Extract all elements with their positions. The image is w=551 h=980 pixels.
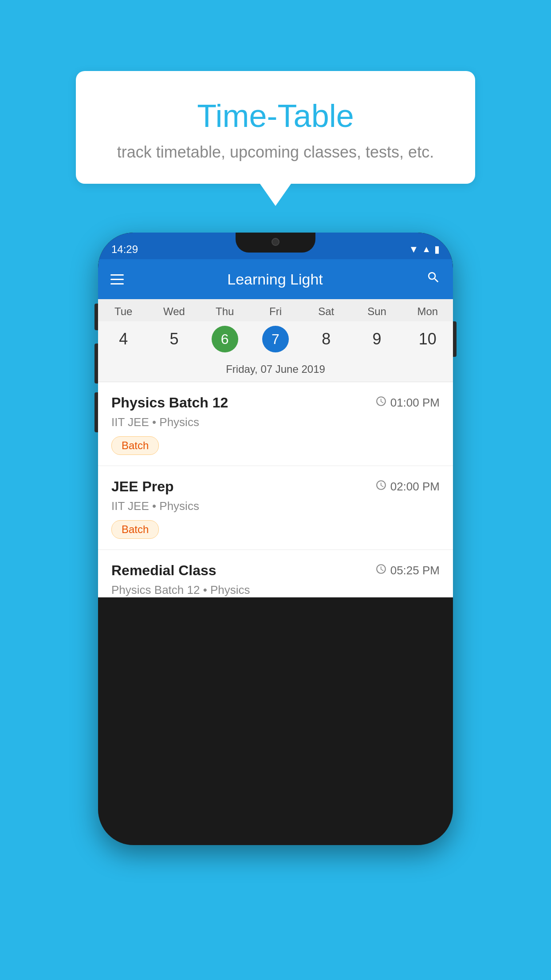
calendar-header: Tue Wed Thu Fri Sat Sun Mon 4 5 6 7 8 9 …: [98, 299, 453, 382]
schedule-item-2-subtitle: IIT JEE • Physics: [111, 499, 440, 513]
battery-icon: ▮: [434, 244, 440, 255]
clock-icon-2: [375, 479, 387, 494]
day-label-wed[interactable]: Wed: [149, 305, 199, 318]
calendar-day-8[interactable]: 8: [301, 326, 351, 352]
day-label-sun[interactable]: Sun: [351, 305, 402, 318]
volume-silent-button: [94, 304, 98, 330]
calendar-day-6-today[interactable]: 6: [212, 326, 238, 352]
phone-screen: 14:29 ▼ ▲ ▮ Learning Light: [98, 233, 453, 845]
day-numbers-row: 4 5 6 7 8 9 10: [98, 321, 453, 359]
day-label-sat[interactable]: Sat: [301, 305, 351, 318]
clock-icon-1: [375, 395, 387, 410]
wifi-icon: ▼: [409, 244, 418, 255]
schedule-item-1-time-text: 01:00 PM: [390, 396, 440, 410]
volume-down-button: [94, 392, 98, 432]
day-label-mon[interactable]: Mon: [402, 305, 453, 318]
hamburger-line-3: [110, 283, 124, 285]
volume-up-button: [94, 344, 98, 383]
hamburger-line-2: [110, 279, 124, 280]
speech-bubble-title: Time-Table: [94, 98, 457, 134]
signal-icon: ▲: [422, 244, 431, 254]
day-labels-row: Tue Wed Thu Fri Sat Sun Mon: [98, 299, 453, 321]
schedule-item-2-tag: Batch: [111, 520, 159, 539]
speech-bubble-arrow: [260, 184, 291, 206]
phone-device: 14:29 ▼ ▲ ▮ Learning Light: [98, 233, 453, 845]
phone-frame: 14:29 ▼ ▲ ▮ Learning Light: [98, 233, 453, 845]
hamburger-line-1: [110, 274, 124, 276]
hamburger-menu-button[interactable]: [110, 274, 124, 285]
calendar-day-7-selected[interactable]: 7: [262, 326, 289, 352]
calendar-day-9[interactable]: 9: [351, 326, 402, 352]
status-icons: ▼ ▲ ▮: [409, 244, 440, 255]
schedule-item-1-time: 01:00 PM: [375, 395, 440, 410]
app-bar: Learning Light: [98, 259, 453, 299]
status-time: 14:29: [111, 243, 138, 256]
calendar-day-5[interactable]: 5: [149, 326, 199, 352]
calendar-day-4[interactable]: 4: [98, 326, 149, 352]
selected-date-label: Friday, 07 June 2019: [98, 359, 453, 382]
schedule-item-1-subtitle: IIT JEE • Physics: [111, 415, 440, 429]
schedule-item-1-tag: Batch: [111, 436, 159, 455]
day-label-fri[interactable]: Fri: [250, 305, 301, 318]
power-button: [453, 321, 457, 357]
schedule-item-2[interactable]: JEE Prep 02:00 PM IIT JEE • Physics Batc…: [98, 466, 453, 550]
schedule-item-3-header: Remedial Class 05:25 PM: [111, 562, 440, 579]
speech-bubble: Time-Table track timetable, upcoming cla…: [76, 71, 475, 184]
schedule-item-2-header: JEE Prep 02:00 PM: [111, 478, 440, 495]
schedule-item-2-time: 02:00 PM: [375, 479, 440, 494]
schedule-item-2-title: JEE Prep: [111, 478, 174, 495]
schedule-item-1[interactable]: Physics Batch 12 01:00 PM IIT JEE • Phys…: [98, 382, 453, 466]
schedule-item-2-time-text: 02:00 PM: [390, 480, 440, 494]
schedule-item-3-subtitle: Physics Batch 12 • Physics: [111, 583, 440, 597]
schedule-item-3-time: 05:25 PM: [375, 563, 440, 578]
speech-bubble-container: Time-Table track timetable, upcoming cla…: [76, 71, 475, 206]
day-label-tue[interactable]: Tue: [98, 305, 149, 318]
schedule-item-3[interactable]: Remedial Class 05:25 PM Physics Batch 12…: [98, 550, 453, 597]
app-title: Learning Light: [124, 271, 426, 288]
day-label-thu[interactable]: Thu: [200, 305, 250, 318]
clock-icon-3: [375, 563, 387, 578]
schedule-item-3-time-text: 05:25 PM: [390, 564, 440, 577]
phone-notch: [236, 233, 315, 253]
schedule-item-1-title: Physics Batch 12: [111, 395, 228, 411]
schedule-item-1-header: Physics Batch 12 01:00 PM: [111, 395, 440, 411]
schedule-list: Physics Batch 12 01:00 PM IIT JEE • Phys…: [98, 382, 453, 597]
schedule-item-3-title: Remedial Class: [111, 562, 216, 579]
front-camera: [272, 238, 279, 246]
calendar-day-10[interactable]: 10: [402, 326, 453, 352]
speech-bubble-subtitle: track timetable, upcoming classes, tests…: [94, 143, 457, 162]
search-icon[interactable]: [426, 270, 441, 288]
